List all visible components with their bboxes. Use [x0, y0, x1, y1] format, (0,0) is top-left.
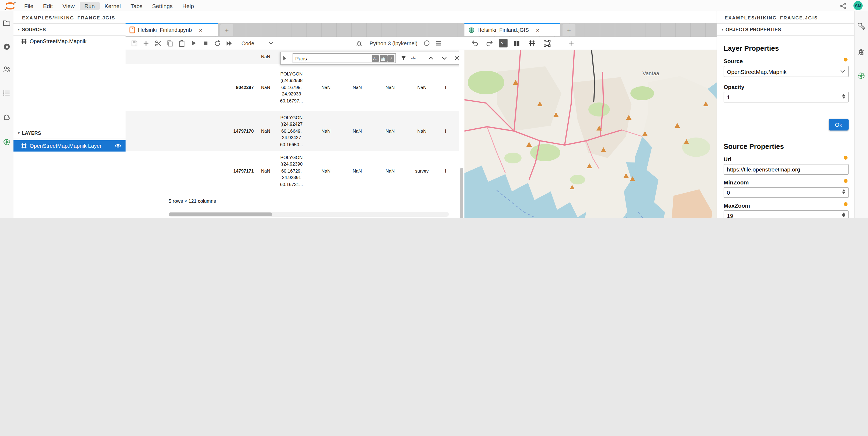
jupyter-logo-icon — [3, 1, 17, 10]
stepper-icon[interactable] — [842, 212, 845, 217]
opacity-input[interactable] — [723, 92, 848, 103]
menu-item-view[interactable]: View — [58, 1, 80, 10]
layer-ok-button[interactable]: Ok — [828, 119, 848, 130]
extensions-icon[interactable] — [3, 113, 11, 121]
jgis-globe-icon[interactable] — [3, 138, 11, 146]
table-cell: NaN — [257, 54, 274, 60]
table-cell: NaN — [257, 168, 274, 174]
add-cell-icon[interactable] — [140, 38, 152, 49]
table-of-contents-icon[interactable] — [3, 89, 11, 97]
property-inspector-icon[interactable] — [857, 22, 865, 30]
cell-type-select[interactable]: Code — [241, 40, 254, 46]
jgis-globe-icon[interactable] — [857, 72, 865, 80]
avatar[interactable]: AM — [854, 1, 863, 10]
search-expand-icon[interactable] — [283, 56, 286, 60]
previous-match-icon[interactable] — [428, 56, 433, 60]
caret-down-icon: ▾ — [18, 131, 20, 135]
table-cell: NaN — [343, 84, 371, 91]
horizontal-scrollbar[interactable] — [168, 212, 449, 217]
menu-item-run[interactable]: Run — [80, 1, 100, 10]
maxzoom-input[interactable] — [723, 210, 848, 218]
share-icon[interactable] — [839, 2, 847, 9]
table-cell: l — [435, 84, 456, 91]
notebook-scrollbar[interactable] — [460, 50, 464, 218]
console-button[interactable]: $_ — [499, 39, 507, 48]
table-cell: NaN — [257, 128, 274, 135]
table-cell: survey — [409, 168, 435, 174]
stepper-icon[interactable] — [842, 189, 845, 194]
next-match-icon[interactable] — [441, 56, 447, 60]
layers-section-header[interactable]: ▾ LAYERS — [13, 127, 126, 139]
kernel-name[interactable]: Python 3 (ipykernel) — [370, 40, 417, 46]
close-tab-icon[interactable]: × — [536, 27, 539, 33]
match-case-button[interactable]: Aa — [372, 55, 379, 62]
debugger-bug-icon[interactable] — [353, 38, 365, 49]
table-cell: NaN — [409, 128, 435, 135]
new-tab-button[interactable]: + — [562, 24, 576, 36]
restart-run-all-icon[interactable] — [223, 38, 235, 49]
menu-item-kernel[interactable]: Kernel — [100, 1, 126, 10]
add-layer-icon[interactable] — [565, 38, 577, 49]
jgis-file-icon — [468, 27, 475, 33]
undo-icon[interactable] — [469, 38, 480, 49]
regex-button[interactable]: .* — [388, 55, 394, 62]
table-cell: NaN — [409, 84, 435, 91]
kernel-status-icon — [421, 38, 433, 49]
search-text-field[interactable] — [293, 55, 361, 62]
gis-map-view[interactable]: VantaaHelsinkiLaajasalo 5 km — [464, 50, 717, 218]
chevron-down-icon — [840, 69, 845, 73]
table-row: 14797170NaNPOLYGON ((24.92427 60.16649, … — [126, 111, 459, 151]
menu-item-file[interactable]: File — [20, 1, 38, 10]
close-tab-icon[interactable]: × — [199, 27, 202, 33]
menu-item-help[interactable]: Help — [178, 1, 199, 10]
menu-item-settings[interactable]: Settings — [147, 1, 178, 10]
stepper-icon[interactable] — [842, 94, 845, 99]
tab-gis[interactable]: Helsinki_Finland.jGIS × — [464, 23, 560, 36]
table-cell: POLYGON ((24.92427 60.16649, 24.92427 60… — [274, 114, 309, 148]
left-sidebar: EXAMPLES/HIKING_FRANCE.JGIS ▾ SOURCES Op… — [13, 11, 126, 218]
visibility-eye-icon[interactable] — [115, 143, 121, 148]
chevron-down-icon — [268, 41, 274, 45]
search-results-count: -/- — [411, 56, 416, 61]
layer-item-selected[interactable]: OpenStreetMap.Mapnik Layer — [13, 140, 126, 151]
search-input[interactable]: Aa ab .* — [292, 53, 396, 63]
new-tab-button[interactable]: + — [220, 24, 233, 36]
redo-icon[interactable] — [484, 38, 496, 49]
running-kernels-icon[interactable] — [3, 42, 11, 51]
source-select[interactable]: OpenStreetMap.Mapnik — [723, 66, 848, 77]
filter-icon[interactable] — [400, 55, 407, 61]
new-vector-layer-icon[interactable] — [541, 38, 553, 49]
tab-notebook[interactable]: Helsinki_Finland.ipynb × — [126, 23, 218, 36]
file-browser-icon[interactable] — [3, 19, 11, 27]
paste-cell-icon[interactable] — [176, 38, 187, 49]
new-raster-layer-icon[interactable] — [526, 38, 538, 49]
menu-item-edit[interactable]: Edit — [38, 1, 58, 10]
search-overlay: Aa ab .* -/- — [280, 52, 459, 65]
collaborators-icon[interactable] — [3, 65, 11, 73]
run-cell-icon[interactable] — [187, 38, 199, 49]
copy-cell-icon[interactable] — [164, 38, 176, 49]
notebook-toolbar: Code Python 3 (ipykernel) — [126, 37, 464, 50]
url-input[interactable] — [723, 164, 848, 175]
menu-bar: FileEditViewRunKernelTabsSettingsHelp AM — [0, 0, 868, 12]
maxzoom-field: MaxZoom — [723, 202, 848, 218]
objects-properties-header[interactable]: ▾ OBJECTS PROPERTIES — [717, 24, 854, 36]
stop-kernel-icon[interactable] — [199, 38, 211, 49]
debugger-bug-icon[interactable] — [857, 48, 865, 56]
close-search-icon[interactable] — [454, 56, 459, 61]
save-icon[interactable] — [128, 38, 140, 49]
cut-cell-icon[interactable] — [152, 38, 164, 49]
source-item[interactable]: OpenStreetMap.Mapnik — [13, 36, 126, 47]
table-cell: l — [435, 128, 456, 135]
sources-section-header[interactable]: ▾ SOURCES — [13, 24, 126, 36]
menu-item-tabs[interactable]: Tabs — [126, 1, 147, 10]
table-cell: NaN — [309, 168, 343, 174]
source-properties-heading: Source Properties — [723, 142, 854, 150]
whole-word-button[interactable]: ab — [380, 55, 386, 62]
restart-kernel-icon[interactable] — [211, 38, 223, 49]
minzoom-input[interactable] — [723, 187, 848, 198]
basemap-gallery-icon[interactable] — [511, 38, 523, 49]
notebook-menu-icon[interactable] — [433, 38, 444, 49]
notebook-tabbar: Helsinki_Finland.ipynb × + — [126, 23, 464, 37]
dataframe-output: 8042297NaNPOLYGON ((24.92938 60.16795, 2… — [126, 64, 459, 191]
